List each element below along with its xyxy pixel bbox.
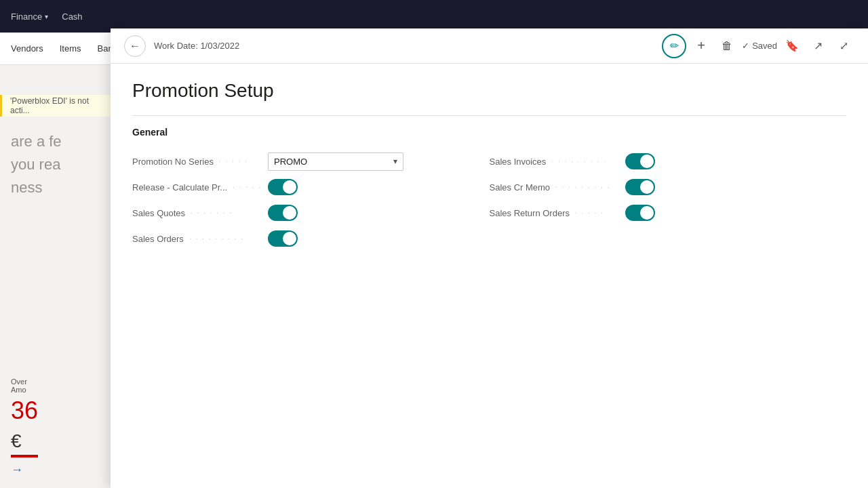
dots-5: · · · · · · · · · — [551, 158, 606, 165]
sales-return-orders-label: Sales Return Orders · · · · · — [490, 208, 625, 218]
field-sales-quotes: Sales Quotes · · · · · · · — [132, 200, 490, 226]
saved-status: ✓ Saved — [742, 41, 777, 51]
share-icon: ↗ — [814, 39, 823, 52]
saved-check-icon: ✓ — [742, 41, 749, 51]
amo-label: Amo — [11, 386, 100, 394]
dots-7: · · · · · — [575, 209, 604, 217]
sales-orders-toggle[interactable] — [268, 230, 298, 247]
promotion-no-series-select[interactable]: PROMO — [269, 153, 403, 170]
dots-3: · · · · · · · — [191, 209, 233, 217]
saved-text: Saved — [752, 41, 777, 51]
work-date-label: Work Date: 1/03/2022 — [154, 41, 656, 51]
edit-button[interactable]: ✏ — [662, 34, 686, 58]
add-button[interactable]: + — [690, 35, 712, 57]
section-general-title: General — [132, 127, 846, 138]
form-col-left: Promotion No Series · · · · · PROMO ▾ Re… — [132, 148, 490, 251]
sales-cr-memo-label: Sales Cr Memo · · · · · · · · · — [490, 182, 625, 192]
sales-invoices-label: Sales Invoices · · · · · · · · · — [490, 157, 625, 167]
bottom-panel: Over Amo 36 € → — [0, 367, 111, 488]
expand-arrow-icon[interactable]: → — [11, 463, 100, 477]
form-grid: Promotion No Series · · · · · PROMO ▾ Re… — [132, 148, 846, 251]
bookmark-icon: 🔖 — [785, 39, 799, 52]
red-bar-indicator — [11, 455, 38, 458]
field-sales-cr-memo: Sales Cr Memo · · · · · · · · · — [490, 174, 847, 200]
sales-quotes-label: Sales Quotes · · · · · · · — [132, 208, 268, 218]
finance-chevron-icon: ▾ — [45, 13, 48, 20]
sales-invoices-toggle[interactable] — [625, 153, 655, 169]
page-title: Promotion Setup — [132, 80, 846, 102]
bg-text-1: are a fe — [11, 133, 100, 150]
share-button[interactable]: ↗ — [807, 35, 829, 57]
field-sales-return-orders: Sales Return Orders · · · · · — [490, 200, 847, 226]
left-panel: are a fe you rea ness — [0, 122, 111, 207]
sales-quotes-toggle[interactable] — [268, 205, 298, 221]
modal-toolbar: ← Work Date: 1/03/2022 ✏ + 🗑 ✓ Saved 🔖 ↗ — [111, 28, 868, 64]
dots-4: · · · · · · · · · — [189, 235, 244, 243]
bookmark-button[interactable]: 🔖 — [781, 35, 803, 57]
nav-cash[interactable]: Cash — [62, 12, 82, 22]
dots-2: · · · · · — [233, 184, 262, 191]
nav-finance[interactable]: Finance ▾ — [11, 12, 48, 22]
dots-6: · · · · · · · · · — [555, 184, 610, 191]
subnav-vendors[interactable]: Vendors — [11, 41, 43, 56]
sales-return-orders-toggle[interactable] — [625, 205, 655, 221]
warning-bar: 'Powerblox EDI' is not acti... — [0, 95, 111, 117]
field-release-calculate: Release - Calculate Pr... · · · · · — [132, 174, 490, 200]
add-icon: + — [697, 38, 705, 54]
field-sales-invoices: Sales Invoices · · · · · · · · · — [490, 148, 847, 174]
delete-icon: 🗑 — [722, 40, 732, 52]
dots-1: · · · · · — [219, 158, 248, 165]
sales-cr-memo-toggle[interactable] — [625, 179, 655, 195]
field-promotion-no-series: Promotion No Series · · · · · PROMO ▾ — [132, 148, 490, 174]
sales-orders-label: Sales Orders · · · · · · · · · — [132, 234, 268, 244]
release-calculate-label: Release - Calculate Pr... · · · · · — [132, 182, 268, 192]
back-button[interactable]: ← — [124, 35, 146, 57]
edit-icon: ✏ — [670, 39, 679, 52]
expand-icon: ⤢ — [840, 39, 848, 52]
toolbar-actions: ✏ + 🗑 ✓ Saved 🔖 ↗ ⤢ — [662, 34, 854, 58]
promotion-no-series-select-wrapper[interactable]: PROMO ▾ — [268, 152, 403, 171]
promotion-no-series-label: Promotion No Series · · · · · — [132, 157, 268, 167]
bg-text-3: ness — [11, 179, 100, 197]
euro-symbol: € — [11, 430, 100, 452]
form-col-right: Sales Invoices · · · · · · · · · Sales C… — [490, 148, 847, 251]
modal-panel: ← Work Date: 1/03/2022 ✏ + 🗑 ✓ Saved 🔖 ↗ — [111, 28, 868, 488]
over-label: Over — [11, 378, 100, 386]
field-sales-orders: Sales Orders · · · · · · · · · — [132, 226, 490, 251]
expand-button[interactable]: ⤢ — [833, 35, 854, 57]
delete-button[interactable]: 🗑 — [716, 35, 738, 57]
bottom-number: 36 — [11, 396, 100, 425]
top-nav-bar: Finance ▾ Cash — [0, 0, 868, 33]
back-icon: ← — [130, 40, 140, 52]
section-divider — [132, 115, 846, 116]
bg-text-2: you rea — [11, 156, 100, 174]
subnav-items[interactable]: Items — [60, 41, 81, 56]
modal-content: Promotion Setup General Promotion No Ser… — [111, 64, 868, 488]
release-calculate-toggle[interactable] — [268, 179, 298, 195]
